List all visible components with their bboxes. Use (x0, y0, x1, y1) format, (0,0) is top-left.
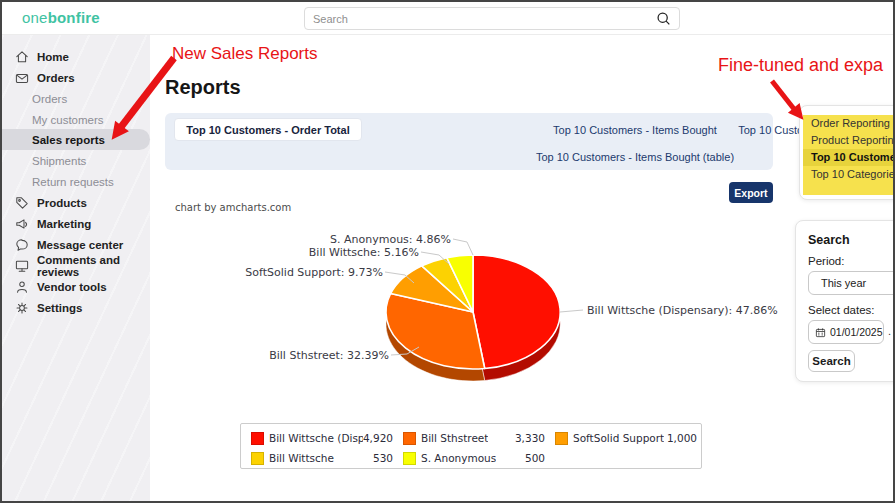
top-header: onebonfire (2, 2, 895, 35)
sidebar-item-label: Orders (32, 93, 67, 105)
legend-label: SoftSolid Support (573, 432, 664, 444)
sidebar-item-label: Orders (37, 72, 75, 84)
legend-value: 3,330 (515, 432, 545, 444)
chat-icon (14, 237, 30, 253)
sidebar-item-shipments[interactable]: Shipments (2, 150, 150, 171)
sidebar-item-label: Marketing (37, 218, 91, 230)
report-type-product-reporting[interactable]: Product Reporting (803, 132, 895, 149)
sidebar-item-orders[interactable]: Orders (2, 67, 150, 88)
annotation-new-sales-reports: New Sales Reports (172, 44, 318, 64)
report-type-top10-categories[interactable]: Top 10 Categories (803, 166, 895, 183)
search-card-title: Search (808, 233, 850, 247)
legend-label: Bill Sthstreet (421, 432, 488, 444)
orders-icon (14, 70, 30, 86)
legend-swatch (251, 432, 264, 445)
legend-swatch (555, 432, 568, 445)
global-search-box[interactable] (304, 7, 680, 30)
sidebar-item-label: Comments and reviews (37, 254, 150, 278)
sidebar-item-sales-reports[interactable]: Sales reports (2, 129, 150, 150)
sidebar-item-home[interactable]: Home (2, 46, 150, 67)
legend-label: Bill Wittsche (269, 452, 334, 464)
search-icon[interactable] (656, 11, 671, 26)
sidebar-item-label: Settings (37, 302, 82, 314)
megaphone-icon (14, 216, 30, 232)
sidebar-item-label: Vendor tools (37, 281, 107, 293)
sidebar-item-return-requests[interactable]: Return requests (2, 171, 150, 192)
legend-item[interactable]: Bill Wittsche (Dispensary)4,920 (251, 432, 403, 445)
logo-one: one (22, 9, 48, 26)
callout-s-anonymous: S. Anonymous: 4.86% (311, 233, 451, 246)
sidebar-item-my-customers[interactable]: My customers (2, 109, 150, 130)
sidebar-item-comments-reviews[interactable]: Comments and reviews (2, 255, 150, 276)
tab-order-total[interactable]: Top 10 Customers - Order Total (174, 118, 362, 141)
sidebar-item-message-center[interactable]: Message center (2, 234, 150, 255)
callout-bill-wittsche: Bill Wittsche: 5.16% (279, 246, 419, 259)
sidebar-item-orders-sub[interactable]: Orders (2, 88, 150, 109)
legend-swatch (403, 432, 416, 445)
sidebar-item-label: Shipments (32, 155, 86, 167)
sidebar-item-settings[interactable]: Settings (2, 297, 150, 318)
report-types-card: Order Reporting Product Reporting Top 10… (799, 105, 895, 200)
sidebar: Home Orders Orders My customers Sales re… (2, 35, 150, 503)
sidebar-item-label: Products (37, 197, 87, 209)
report-type-order-reporting[interactable]: Order Reporting (803, 115, 895, 132)
search-button[interactable]: Search (808, 350, 855, 372)
search-input[interactable] (313, 13, 656, 25)
app-window: onebonfire Home Orders Orders My custome… (0, 0, 895, 503)
annotation-fine-tuned: Fine-tuned and expa (718, 55, 883, 76)
legend-item[interactable]: Bill Sthstreet3,330 (403, 432, 555, 445)
gear-icon (14, 300, 30, 316)
pie-slices[interactable] (386, 255, 560, 369)
legend-swatch (403, 452, 416, 465)
period-label: Period: (808, 255, 844, 267)
tag-icon (14, 195, 30, 211)
export-button[interactable]: Export (729, 182, 773, 203)
sidebar-item-label: Home (37, 51, 69, 63)
legend-swatch (251, 452, 264, 465)
date-separator: . (888, 325, 891, 337)
period-select[interactable]: This year (808, 271, 895, 295)
report-types-list: Order Reporting Product Reporting Top 10… (803, 115, 895, 195)
sidebar-item-vendor-tools[interactable]: Vendor tools (2, 276, 150, 297)
home-icon (14, 49, 30, 65)
tab-items-bought-table[interactable]: Top 10 Customers - Items Bought (table) (465, 151, 805, 163)
legend-value: 4,920 (363, 432, 393, 444)
sidebar-item-products[interactable]: Products (2, 192, 150, 213)
legend-label: S. Anonymous (421, 452, 496, 464)
legend-value: 530 (373, 452, 393, 464)
date-from-input[interactable]: 01/01/2025 (808, 320, 884, 344)
sidebar-item-marketing[interactable]: Marketing (2, 213, 150, 234)
legend-item[interactable]: SoftSolid Support1,000 (555, 432, 707, 445)
logo-bonfire: bonfire (48, 9, 100, 26)
search-filter-card: Search Period: This year Select dates: 0… (795, 220, 895, 382)
page-title: Reports (165, 76, 241, 99)
legend-value: 500 (525, 452, 545, 464)
calendar-icon (815, 327, 826, 338)
callout-dispensary: Bill Wittsche (Dispensary): 47.86% (587, 304, 778, 317)
sidebar-item-label: Return requests (32, 176, 114, 188)
person-icon (14, 279, 30, 295)
logo[interactable]: onebonfire (22, 9, 100, 26)
sidebar-item-label: My customers (32, 114, 104, 126)
report-type-top10-customers[interactable]: Top 10 Customers (803, 149, 895, 166)
legend-value: 1,000 (667, 432, 697, 444)
select-dates-label: Select dates: (808, 304, 874, 316)
date-from-value: 01/01/2025 (830, 326, 883, 338)
tab-items-bought[interactable]: Top 10 Customers - Items Bought (525, 124, 745, 136)
monitor-icon (14, 258, 30, 274)
sidebar-item-label: Message center (37, 239, 123, 251)
report-tabs: Top 10 Customers - Order Total Top 10 Cu… (165, 113, 773, 170)
sidebar-item-label: Sales reports (32, 134, 105, 146)
legend-item[interactable]: S. Anonymous500 (403, 452, 555, 465)
legend-label: Bill Wittsche (Dispensary) (269, 432, 363, 444)
callout-softsolid: SoftSolid Support: 9.73% (233, 266, 383, 279)
legend-item[interactable]: Bill Wittsche530 (251, 452, 403, 465)
chart-legend: Bill Wittsche (Dispensary)4,920 Bill Sth… (240, 423, 702, 469)
callout-sthstreet: Bill Sthstreet: 32.39% (249, 349, 389, 362)
